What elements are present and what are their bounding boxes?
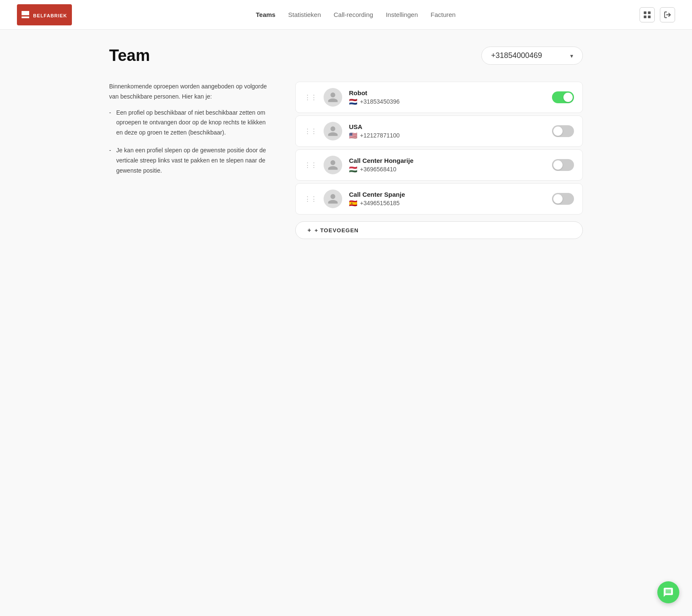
toggle-slider [552, 125, 574, 137]
flag-icon: 🇭🇺 [349, 165, 357, 173]
team-name: Call Center Hongarije [349, 157, 545, 164]
phone-text: +12127871100 [360, 132, 400, 139]
drag-handle[interactable]: ⋮⋮ [304, 161, 317, 169]
team-item-hongarije: ⋮⋮ Call Center Hongarije 🇭🇺 +3696568410 [295, 149, 583, 181]
drag-handle[interactable]: ⋮⋮ [304, 127, 317, 135]
toggle-slider [552, 193, 574, 205]
svg-rect-0 [644, 11, 646, 14]
description-list: - Een profiel op beschikbaar of niet bes… [109, 108, 270, 176]
team-item-spanje: ⋮⋮ Call Center Spanje 🇪🇸 +34965156185 [295, 183, 583, 214]
nav-facturen[interactable]: Facturen [431, 11, 456, 18]
team-info-spanje: Call Center Spanje 🇪🇸 +34965156185 [349, 191, 545, 207]
toggle-robot[interactable] [552, 91, 574, 103]
toggle-spanje[interactable] [552, 193, 574, 205]
phone-text: +34965156185 [360, 200, 400, 206]
team-info-hongarije: Call Center Hongarije 🇭🇺 +3696568410 [349, 157, 545, 173]
main-nav: Teams Statistieken Call-recording Instel… [256, 11, 456, 18]
content-area: Binnenkomende oproepen worden aangeboden… [109, 82, 583, 239]
nav-instellingen[interactable]: Instellingen [386, 11, 418, 18]
drag-handle[interactable]: ⋮⋮ [304, 94, 317, 102]
svg-rect-3 [648, 15, 651, 18]
grid-icon-button[interactable] [640, 7, 655, 22]
description-panel: Binnenkomende oproepen worden aangeboden… [109, 82, 270, 239]
page-header: Team +31854000469 ▾ [109, 47, 583, 65]
phone-text: +3696568410 [360, 166, 396, 173]
team-item-usa: ⋮⋮ USA 🇺🇸 +12127871100 [295, 116, 583, 147]
page-content: Team +31854000469 ▾ Binnenkomende oproep… [92, 30, 600, 256]
nav-icons [640, 7, 675, 22]
avatar [324, 156, 342, 174]
add-icon: + [308, 227, 311, 234]
toggle-slider [552, 159, 574, 171]
toggle-hongarije[interactable] [552, 159, 574, 171]
team-phone: 🇭🇺 +3696568410 [349, 165, 545, 173]
team-info-usa: USA 🇺🇸 +12127871100 [349, 123, 545, 140]
description-item-1: Een profiel op beschikbaar of niet besch… [116, 108, 270, 138]
team-phone: 🇳🇱 +31853450396 [349, 98, 545, 106]
phone-number: +31854000469 [491, 51, 542, 60]
list-item: - Je kan een profiel slepen op de gewens… [109, 146, 270, 176]
logo: BELFABRIEK [17, 4, 72, 25]
nav-teams[interactable]: Teams [256, 11, 275, 18]
phone-dropdown[interactable]: +31854000469 ▾ [481, 47, 583, 65]
team-item-robot: ⋮⋮ Robot 🇳🇱 +31853450396 [295, 82, 583, 113]
team-info-robot: Robot 🇳🇱 +31853450396 [349, 89, 545, 106]
page-title: Team [109, 47, 150, 65]
flag-icon: 🇪🇸 [349, 199, 357, 207]
toggle-slider [552, 91, 574, 103]
flag-icon: 🇳🇱 [349, 98, 357, 106]
team-name: USA [349, 123, 545, 130]
team-list: ⋮⋮ Robot 🇳🇱 +31853450396 [295, 82, 583, 239]
nav-callrecording[interactable]: Call-recording [334, 11, 373, 18]
avatar [324, 190, 342, 208]
nav-statistieken[interactable]: Statistieken [288, 11, 321, 18]
drag-handle[interactable]: ⋮⋮ [304, 195, 317, 203]
chevron-down-icon: ▾ [570, 52, 573, 59]
flag-icon: 🇺🇸 [349, 132, 357, 140]
avatar [324, 88, 342, 107]
svg-rect-2 [644, 15, 646, 18]
description-item-2: Je kan een profiel slepen op de gewenste… [116, 146, 270, 176]
add-member-button[interactable]: + + TOEVOEGEN [295, 221, 583, 239]
logo-text: BELFABRIEK [33, 13, 67, 18]
logout-icon-button[interactable] [660, 7, 675, 22]
avatar [324, 122, 342, 140]
description-intro: Binnenkomende oproepen worden aangeboden… [109, 82, 270, 102]
add-label: + TOEVOEGEN [315, 227, 359, 234]
svg-rect-1 [648, 11, 651, 14]
toggle-usa[interactable] [552, 125, 574, 137]
team-phone: 🇺🇸 +12127871100 [349, 132, 545, 140]
team-phone: 🇪🇸 +34965156185 [349, 199, 545, 207]
header: BELFABRIEK Teams Statistieken Call-recor… [0, 0, 692, 30]
team-name: Robot [349, 89, 545, 96]
team-name: Call Center Spanje [349, 191, 545, 198]
phone-text: +31853450396 [360, 98, 400, 105]
list-item: - Een profiel op beschikbaar of niet bes… [109, 108, 270, 138]
